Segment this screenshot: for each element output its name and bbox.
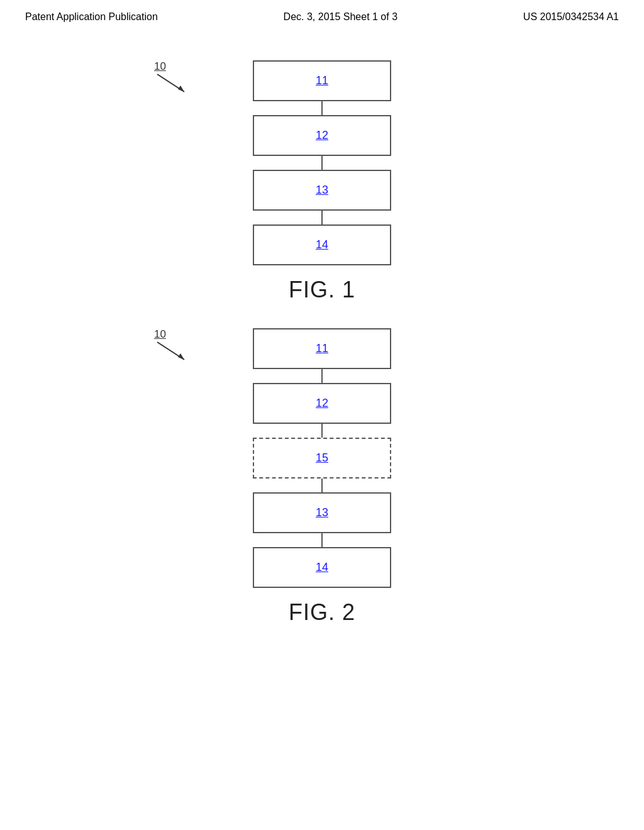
fig1-section: 10 11 12 [38,60,606,322]
fig2-annotation: 10 11 12 15 [38,328,606,588]
fig1-connector-3 [321,211,323,224]
fig2-flowchart: 11 12 15 13 14 [253,328,391,588]
svg-marker-3 [178,353,184,360]
fig1-box-13: 13 [253,170,391,211]
fig1-ref10-annotation: 10 [154,60,189,95]
main-content: 10 11 12 [0,29,644,660]
fig1-flowchart: 11 12 13 14 [253,60,391,265]
fig1-annotation: 10 11 12 [38,60,606,265]
header-patent-number: US 2015/0342534 A1 [523,11,619,23]
fig1-label-11: 11 [316,74,328,87]
fig2-connector-3 [321,479,323,492]
fig2-box-13: 13 [253,492,391,533]
fig2-ref10-annotation: 10 [154,328,189,363]
fig1-box-11: 11 [253,60,391,101]
fig2-label-13: 13 [316,506,328,519]
fig1-box-14: 14 [253,224,391,265]
fig1-label-14: 14 [316,238,328,252]
fig1-connector-2 [321,156,323,170]
fig2-label-14: 14 [316,561,328,574]
fig2-box-15: 15 [253,438,391,479]
svg-marker-1 [178,86,184,92]
header-date-sheet: Dec. 3, 2015 Sheet 1 of 3 [284,11,397,23]
header-publication-type: Patent Application Publication [25,11,158,23]
fig2-label: FIG. 2 [289,599,355,626]
fig2-label-15: 15 [316,451,328,465]
fig2-label-12: 12 [316,397,328,410]
fig2-ref10-arrow-icon [154,341,189,363]
page-header: Patent Application Publication Dec. 3, 2… [0,0,644,29]
fig2-ref10-label: 10 [154,328,166,341]
fig2-connector-4 [321,533,323,547]
fig2-connector-1 [321,369,323,383]
fig2-box-12: 12 [253,383,391,424]
fig2-connector-2 [321,424,323,438]
fig1-label-13: 13 [316,184,328,197]
fig1-label-12: 12 [316,129,328,142]
fig1-box-12: 12 [253,115,391,156]
fig1-connector-1 [321,101,323,115]
fig1-label: FIG. 1 [289,277,355,303]
fig2-label-11: 11 [316,342,328,355]
fig2-box-14: 14 [253,547,391,588]
fig1-ref10-arrow-icon [154,73,189,95]
fig2-section: 10 11 12 15 [38,328,606,645]
fig1-ref10-label: 10 [154,60,166,73]
fig2-box-11: 11 [253,328,391,369]
